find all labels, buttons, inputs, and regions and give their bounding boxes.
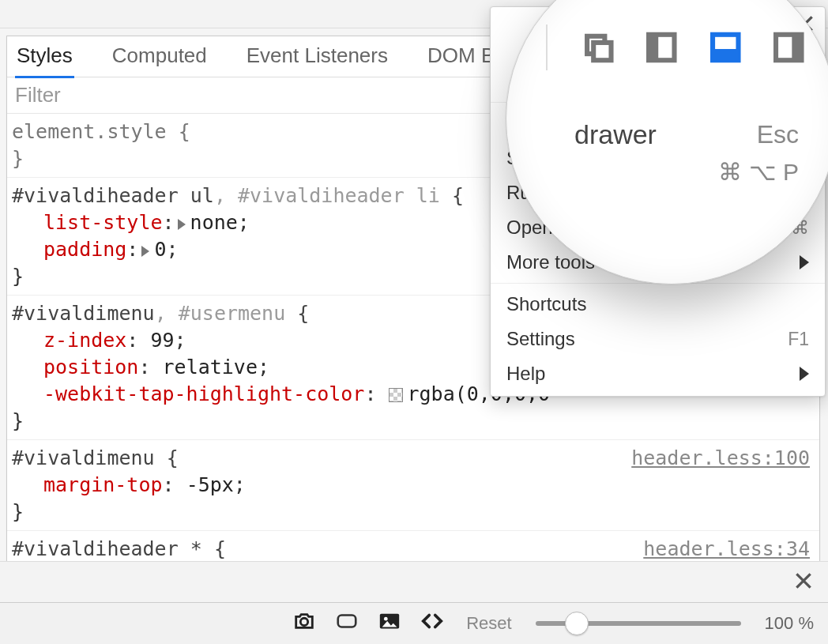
declaration[interactable]: margin-top: -5px; <box>12 472 811 499</box>
menu-item-label: Help <box>506 363 545 385</box>
svg-rect-9 <box>593 43 611 60</box>
menu-item-shortcuts[interactable]: Shortcuts <box>491 287 825 322</box>
colon: : <box>138 356 162 378</box>
dock-bottom-icon[interactable] <box>709 29 742 66</box>
selector-part: #vivaldiheader li <box>238 184 440 207</box>
selector-element-style: element.style { <box>12 120 190 143</box>
tab-event-listeners[interactable]: Event Listeners <box>245 37 390 76</box>
selector: #vivaldiheader ul, #vivaldiheader li { <box>12 184 464 207</box>
svg-rect-17 <box>338 616 356 627</box>
drawer-label: drawer <box>574 119 657 150</box>
toolbar-icons <box>292 609 444 638</box>
css-property: list-style <box>43 211 163 234</box>
magnified-dock-row <box>546 24 805 70</box>
source-link[interactable]: header.less:100 <box>631 445 810 472</box>
close-brace: } <box>12 500 24 523</box>
semicolon: ; <box>234 473 246 496</box>
css-property: position <box>43 356 138 378</box>
selector-part: #vivaldimenu <box>12 302 155 325</box>
css-property: -webkit-tap-highlight-color <box>43 382 364 405</box>
color-swatch-icon[interactable] <box>389 388 403 402</box>
slider-thumb[interactable] <box>565 612 589 635</box>
zoom-value: 100 % <box>765 613 814 634</box>
open-brace: { <box>440 184 464 207</box>
image-icon[interactable] <box>378 609 401 638</box>
reset-button[interactable]: Reset <box>466 613 511 634</box>
css-property: margin-top <box>43 473 163 496</box>
menu-item-label: Shortcuts <box>506 293 586 315</box>
menu-item-help[interactable]: Help <box>491 356 825 391</box>
dock-left-icon[interactable] <box>645 29 678 66</box>
camera-icon[interactable] <box>292 609 316 638</box>
selector-part: #usermenu <box>179 302 285 325</box>
tab-computed[interactable]: Computed <box>111 37 209 76</box>
selector-sep: , <box>214 184 238 207</box>
zoom-slider[interactable] <box>536 621 741 626</box>
css-value: 0 <box>154 238 166 261</box>
colon: : <box>163 473 186 496</box>
open-brace: { <box>155 446 179 469</box>
colon: : <box>126 238 138 261</box>
open-brace: { <box>285 302 309 325</box>
svg-rect-13 <box>713 49 738 60</box>
close-brace: } <box>12 409 24 432</box>
magnified-shortcut-hint: ⌘ ⌥ P <box>506 150 828 186</box>
code-icon[interactable] <box>420 609 444 638</box>
separator <box>546 24 548 70</box>
colon: : <box>364 382 388 405</box>
magnified-drawer-item[interactable]: drawer Esc <box>506 72 828 150</box>
chevron-right-icon <box>800 367 809 381</box>
svg-point-19 <box>384 617 388 621</box>
selector-part: #vivaldimenu <box>12 446 155 469</box>
rounded-rect-icon[interactable] <box>335 609 359 638</box>
close-brace: } <box>12 147 24 170</box>
menu-item-label: Settings <box>506 328 575 350</box>
selector: #vivaldimenu, #usermenu { <box>12 302 309 325</box>
selector: #vivaldimenu { <box>12 446 179 469</box>
css-value: 99 <box>150 329 174 352</box>
dock-undock-icon[interactable] <box>582 29 615 66</box>
css-value: none <box>190 211 238 234</box>
expand-triangle-icon[interactable] <box>141 246 149 257</box>
svg-rect-15 <box>792 35 802 60</box>
css-value: relative <box>163 356 258 378</box>
drawer-bar <box>0 561 828 602</box>
drawer-shortcut: Esc <box>757 120 799 149</box>
semicolon: ; <box>258 356 269 378</box>
css-property: padding <box>43 238 126 261</box>
tab-styles[interactable]: Styles <box>15 37 74 78</box>
menu-item-settings[interactable]: Settings F1 <box>491 322 825 356</box>
close-brace: } <box>12 265 24 288</box>
colon: : <box>163 211 175 234</box>
svg-rect-11 <box>649 35 658 60</box>
menu-shortcut: F1 <box>788 329 809 350</box>
semicolon: ; <box>175 329 186 352</box>
rule-vivaldimenu[interactable]: header.less:100 #vivaldimenu { margin-to… <box>7 440 819 531</box>
selector-part: #vivaldiheader * <box>12 537 202 560</box>
source-link[interactable]: header.less:34 <box>643 536 810 563</box>
bottom-toolbar: Reset 100 % <box>0 602 828 644</box>
css-value: -5px <box>186 473 234 496</box>
expand-triangle-icon[interactable] <box>178 219 186 230</box>
chevron-right-icon <box>800 255 809 269</box>
semicolon: ; <box>166 238 178 261</box>
selector-part: #vivaldiheader ul <box>12 184 214 207</box>
svg-point-16 <box>300 618 307 625</box>
semicolon: ; <box>238 211 250 234</box>
selector: #vivaldiheader * { <box>12 537 226 560</box>
colon: : <box>126 329 150 352</box>
css-property: z-index <box>43 329 126 352</box>
close-drawer-icon[interactable] <box>793 571 814 594</box>
dock-right-icon[interactable] <box>773 29 805 66</box>
open-brace: { <box>202 537 226 560</box>
selector-sep: , <box>155 302 179 325</box>
